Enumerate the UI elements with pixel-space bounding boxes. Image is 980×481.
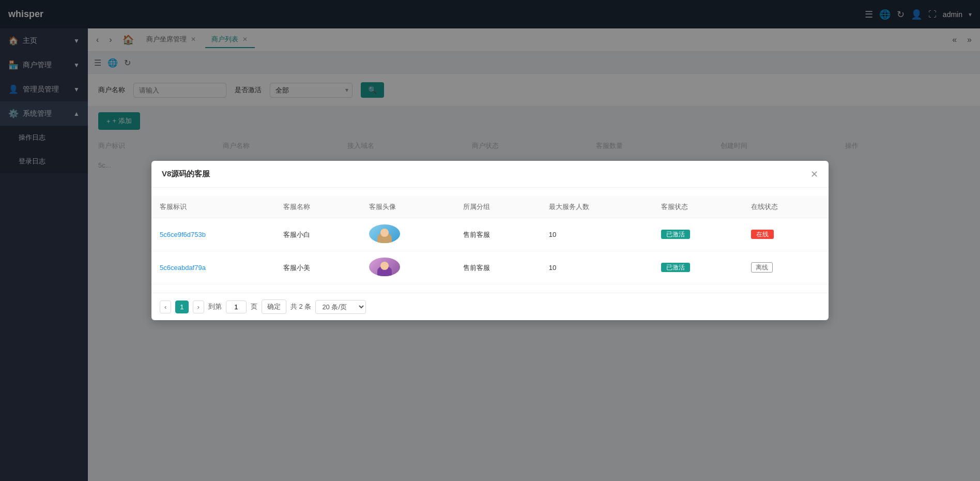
row1-avatar bbox=[361, 218, 455, 251]
go-to-input[interactable] bbox=[226, 300, 247, 313]
th-online-status: 在线状态 bbox=[743, 196, 829, 218]
row2-online: 离线 bbox=[743, 251, 829, 284]
row2-status-badge: 已激活 bbox=[661, 263, 690, 272]
row2-avatar bbox=[361, 251, 455, 284]
page-confirm-btn[interactable]: 确定 bbox=[262, 299, 286, 314]
row2-group: 售前客服 bbox=[455, 251, 541, 284]
modal-overlay[interactable]: V8源码的客服 ✕ 客服标识 客服名称 客服头像 所属分组 最大服务人数 客服状… bbox=[0, 0, 980, 481]
row2-name: 客服小美 bbox=[275, 251, 361, 284]
row2-online-badge: 离线 bbox=[751, 262, 773, 273]
row2-max-service: 10 bbox=[541, 251, 653, 284]
th-service-group: 所属分组 bbox=[455, 196, 541, 218]
row1-group: 售前客服 bbox=[455, 218, 541, 251]
page-size-select[interactable]: 10 条/页 20 条/页 50 条/页 bbox=[315, 300, 366, 314]
modal-close-button[interactable]: ✕ bbox=[810, 170, 818, 179]
row1-name: 客服小白 bbox=[275, 218, 361, 251]
page-label: 页 bbox=[251, 302, 257, 311]
row1-online-badge: 在线 bbox=[751, 230, 774, 239]
th-service-avatar: 客服头像 bbox=[361, 196, 455, 218]
th-service-id: 客服标识 bbox=[151, 196, 275, 218]
total-label: 共 2 条 bbox=[290, 302, 311, 311]
row2-status: 已激活 bbox=[653, 251, 743, 284]
row1-id: 5c6ce9f6d753b bbox=[151, 218, 275, 251]
table-row: 5c6ceabdaf79a 客服小美 售前客服 10 已激活 bbox=[151, 251, 829, 284]
modal-table-body: 5c6ce9f6d753b 客服小白 售前客服 10 已激活 bbox=[151, 218, 829, 284]
row1-max-service: 10 bbox=[541, 218, 653, 251]
row1-id-link[interactable]: 5c6ce9f6d753b bbox=[160, 231, 206, 238]
modal-footer: ‹ 1 › 到第 页 确定 共 2 条 10 条/页 20 条/页 50 条/页 bbox=[151, 293, 829, 320]
table-row: 5c6ce9f6d753b 客服小白 售前客服 10 已激活 bbox=[151, 218, 829, 251]
modal-header: V8源码的客服 ✕ bbox=[151, 161, 829, 188]
modal-table-header: 客服标识 客服名称 客服头像 所属分组 最大服务人数 客服状态 在线状态 bbox=[151, 196, 829, 218]
th-max-service: 最大服务人数 bbox=[541, 196, 653, 218]
th-service-status: 客服状态 bbox=[653, 196, 743, 218]
modal-body: 客服标识 客服名称 客服头像 所属分组 最大服务人数 客服状态 在线状态 5c6… bbox=[151, 188, 829, 293]
pagination-prev-btn[interactable]: ‹ bbox=[160, 300, 171, 313]
pagination-page1-btn[interactable]: 1 bbox=[175, 300, 188, 313]
modal-dialog: V8源码的客服 ✕ 客服标识 客服名称 客服头像 所属分组 最大服务人数 客服状… bbox=[151, 161, 829, 320]
pagination-next-btn[interactable]: › bbox=[193, 300, 204, 313]
row2-id-link[interactable]: 5c6ceabdaf79a bbox=[160, 264, 206, 272]
row1-avatar-img bbox=[369, 224, 400, 243]
row1-status-badge: 已激活 bbox=[661, 230, 690, 239]
modal-table: 客服标识 客服名称 客服头像 所属分组 最大服务人数 客服状态 在线状态 5c6… bbox=[151, 196, 829, 284]
row1-status: 已激活 bbox=[653, 218, 743, 251]
row2-avatar-img bbox=[369, 258, 400, 276]
th-service-name: 客服名称 bbox=[275, 196, 361, 218]
modal-title: V8源码的客服 bbox=[162, 169, 210, 179]
go-to-label: 到第 bbox=[208, 302, 222, 311]
row2-id: 5c6ceabdaf79a bbox=[151, 251, 275, 284]
row1-online: 在线 bbox=[743, 218, 829, 251]
